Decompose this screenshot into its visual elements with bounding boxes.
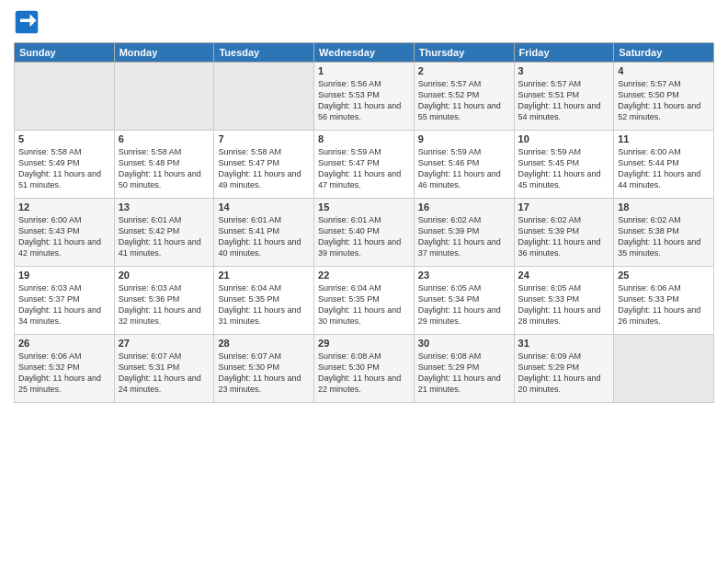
day-info: Sunrise: 6:07 AMSunset: 5:30 PMDaylight:… (218, 350, 310, 396)
day-number: 11 (618, 133, 710, 144)
day-number: 9 (418, 133, 510, 144)
day-cell: 14Sunrise: 6:01 AMSunset: 5:41 PMDayligh… (214, 199, 314, 267)
day-cell: 27Sunrise: 6:07 AMSunset: 5:31 PMDayligh… (114, 335, 214, 403)
day-cell: 3Sunrise: 5:57 AMSunset: 5:51 PMDaylight… (514, 63, 614, 131)
day-number: 23 (418, 270, 510, 281)
day-info: Sunrise: 6:02 AMSunset: 5:39 PMDaylight:… (418, 214, 510, 259)
day-info: Sunrise: 6:04 AMSunset: 5:35 PMDaylight:… (218, 282, 310, 327)
day-number: 28 (218, 338, 310, 349)
day-info: Sunrise: 6:03 AMSunset: 5:37 PMDaylight:… (18, 282, 110, 327)
day-cell: 20Sunrise: 6:03 AMSunset: 5:36 PMDayligh… (114, 267, 214, 335)
day-info: Sunrise: 5:59 AMSunset: 5:45 PMDaylight:… (518, 146, 610, 191)
week-row: 12Sunrise: 6:00 AMSunset: 5:43 PMDayligh… (15, 199, 714, 267)
day-cell: 25Sunrise: 6:06 AMSunset: 5:33 PMDayligh… (614, 267, 714, 335)
week-row: 1Sunrise: 5:56 AMSunset: 5:53 PMDaylight… (15, 63, 714, 131)
day-number: 4 (618, 65, 710, 76)
day-cell: 8Sunrise: 5:59 AMSunset: 5:47 PMDaylight… (314, 131, 415, 199)
page: SundayMondayTuesdayWednesdayThursdayFrid… (0, 0, 728, 563)
day-cell (15, 63, 115, 131)
day-cell: 5Sunrise: 5:58 AMSunset: 5:49 PMDaylight… (15, 131, 115, 199)
day-info: Sunrise: 6:04 AMSunset: 5:35 PMDaylight:… (318, 282, 410, 327)
day-number: 10 (518, 133, 610, 144)
day-cell: 10Sunrise: 5:59 AMSunset: 5:45 PMDayligh… (514, 131, 614, 199)
header-day: Wednesday (314, 43, 415, 63)
day-number: 17 (518, 201, 610, 213)
day-cell: 4Sunrise: 5:57 AMSunset: 5:50 PMDaylight… (614, 63, 714, 131)
day-cell (614, 335, 714, 403)
day-cell (214, 63, 314, 131)
day-cell: 18Sunrise: 6:02 AMSunset: 5:38 PMDayligh… (614, 199, 714, 267)
header-day: Monday (114, 43, 214, 63)
day-cell: 6Sunrise: 5:58 AMSunset: 5:48 PMDaylight… (114, 131, 214, 199)
day-info: Sunrise: 6:02 AMSunset: 5:38 PMDaylight:… (618, 214, 710, 259)
day-number: 22 (318, 270, 410, 281)
day-info: Sunrise: 6:01 AMSunset: 5:42 PMDaylight:… (119, 214, 210, 259)
day-cell: 29Sunrise: 6:08 AMSunset: 5:30 PMDayligh… (314, 335, 415, 403)
day-cell: 11Sunrise: 6:00 AMSunset: 5:44 PMDayligh… (614, 131, 714, 199)
day-number: 13 (119, 201, 210, 213)
day-info: Sunrise: 6:00 AMSunset: 5:43 PMDaylight:… (18, 214, 110, 259)
day-info: Sunrise: 6:01 AMSunset: 5:41 PMDaylight:… (218, 214, 310, 259)
day-number: 2 (418, 65, 510, 76)
header-row: SundayMondayTuesdayWednesdayThursdayFrid… (15, 43, 714, 63)
day-number: 19 (18, 270, 110, 281)
day-cell: 28Sunrise: 6:07 AMSunset: 5:30 PMDayligh… (214, 335, 314, 403)
day-info: Sunrise: 6:07 AMSunset: 5:31 PMDaylight:… (119, 350, 210, 396)
day-number: 16 (418, 201, 510, 213)
day-number: 3 (518, 65, 610, 76)
day-number: 27 (119, 338, 210, 349)
logo (14, 9, 43, 35)
header-day: Sunday (15, 43, 115, 63)
day-number: 1 (318, 65, 410, 76)
day-info: Sunrise: 6:03 AMSunset: 5:36 PMDaylight:… (119, 282, 210, 327)
day-info: Sunrise: 6:01 AMSunset: 5:40 PMDaylight:… (318, 214, 410, 259)
day-info: Sunrise: 6:00 AMSunset: 5:44 PMDaylight:… (618, 146, 710, 191)
day-number: 5 (18, 133, 110, 144)
day-info: Sunrise: 5:56 AMSunset: 5:53 PMDaylight:… (318, 78, 410, 123)
day-number: 18 (618, 201, 710, 213)
day-cell: 12Sunrise: 6:00 AMSunset: 5:43 PMDayligh… (15, 199, 115, 267)
day-cell: 19Sunrise: 6:03 AMSunset: 5:37 PMDayligh… (15, 267, 115, 335)
day-cell: 22Sunrise: 6:04 AMSunset: 5:35 PMDayligh… (314, 267, 415, 335)
day-cell: 16Sunrise: 6:02 AMSunset: 5:39 PMDayligh… (414, 199, 514, 267)
day-number: 8 (318, 133, 410, 144)
day-cell (114, 63, 214, 131)
day-info: Sunrise: 5:59 AMSunset: 5:47 PMDaylight:… (318, 146, 410, 191)
header-day: Thursday (414, 43, 514, 63)
day-info: Sunrise: 6:09 AMSunset: 5:29 PMDaylight:… (518, 350, 610, 396)
day-info: Sunrise: 6:08 AMSunset: 5:30 PMDaylight:… (318, 350, 410, 396)
header-day: Friday (514, 43, 614, 63)
day-number: 12 (18, 201, 110, 213)
day-info: Sunrise: 6:06 AMSunset: 5:32 PMDaylight:… (18, 350, 110, 396)
day-cell: 26Sunrise: 6:06 AMSunset: 5:32 PMDayligh… (15, 335, 115, 403)
header (14, 9, 714, 35)
day-number: 25 (618, 270, 710, 281)
day-number: 6 (119, 133, 210, 144)
day-cell: 23Sunrise: 6:05 AMSunset: 5:34 PMDayligh… (414, 267, 514, 335)
calendar-table: SundayMondayTuesdayWednesdayThursdayFrid… (14, 42, 714, 403)
day-info: Sunrise: 5:57 AMSunset: 5:51 PMDaylight:… (518, 78, 610, 123)
day-cell: 2Sunrise: 5:57 AMSunset: 5:52 PMDaylight… (414, 63, 514, 131)
day-cell: 15Sunrise: 6:01 AMSunset: 5:40 PMDayligh… (314, 199, 415, 267)
day-cell: 21Sunrise: 6:04 AMSunset: 5:35 PMDayligh… (214, 267, 314, 335)
day-number: 14 (218, 201, 310, 213)
header-day: Saturday (614, 43, 714, 63)
day-info: Sunrise: 6:06 AMSunset: 5:33 PMDaylight:… (618, 282, 710, 327)
day-number: 31 (518, 338, 610, 349)
day-number: 7 (218, 133, 310, 144)
day-info: Sunrise: 5:58 AMSunset: 5:48 PMDaylight:… (119, 146, 210, 191)
day-number: 29 (318, 338, 410, 349)
day-cell: 1Sunrise: 5:56 AMSunset: 5:53 PMDaylight… (314, 63, 415, 131)
day-cell: 31Sunrise: 6:09 AMSunset: 5:29 PMDayligh… (514, 335, 614, 403)
week-row: 26Sunrise: 6:06 AMSunset: 5:32 PMDayligh… (15, 335, 714, 403)
day-cell: 17Sunrise: 6:02 AMSunset: 5:39 PMDayligh… (514, 199, 614, 267)
day-number: 20 (119, 270, 210, 281)
day-cell: 7Sunrise: 5:58 AMSunset: 5:47 PMDaylight… (214, 131, 314, 199)
day-info: Sunrise: 6:02 AMSunset: 5:39 PMDaylight:… (518, 214, 610, 259)
day-number: 24 (518, 270, 610, 281)
day-number: 21 (218, 270, 310, 281)
day-cell: 24Sunrise: 6:05 AMSunset: 5:33 PMDayligh… (514, 267, 614, 335)
day-info: Sunrise: 6:08 AMSunset: 5:29 PMDaylight:… (418, 350, 510, 396)
day-info: Sunrise: 6:05 AMSunset: 5:34 PMDaylight:… (418, 282, 510, 327)
week-row: 5Sunrise: 5:58 AMSunset: 5:49 PMDaylight… (15, 131, 714, 199)
